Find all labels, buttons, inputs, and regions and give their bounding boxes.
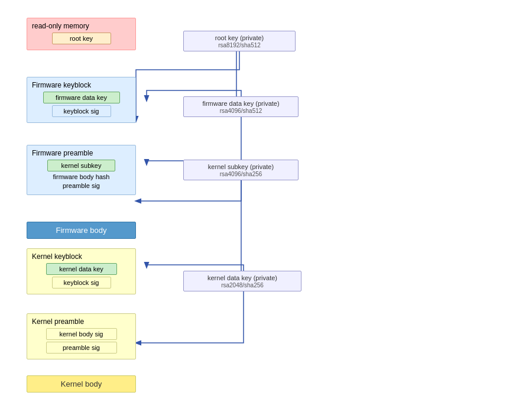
- fw-keyblock-title: Firmware keyblock: [32, 81, 131, 89]
- fw-body-block: Firmware body: [27, 222, 136, 239]
- kernel-subkey-algo: rsa4096/sha256: [190, 171, 292, 177]
- root-key-private: root key (private) rsa8192/sha512: [183, 31, 296, 51]
- kernel-subkey-private: kernel subkey (private) rsa4096/sha256: [183, 160, 299, 180]
- fw-keyblock-sig: keyblock sig: [52, 105, 111, 117]
- kernel-data-key-algo: rsa2048/sha256: [190, 282, 295, 288]
- fw-data-key-private: firmware data key (private) rsa4096/sha5…: [183, 96, 299, 117]
- kernel-subkey-inner: kernel subkey: [47, 160, 115, 171]
- root-key-label: root key (private): [215, 34, 264, 41]
- k-body-block: Kernel body: [27, 375, 136, 393]
- fw-preamble-sig: preamble sig: [32, 182, 131, 189]
- diagram-container: read-only memory root key Firmware keybl…: [0, 0, 532, 402]
- kernel-body-sig: kernel body sig: [46, 328, 117, 340]
- root-key-algo: rsa8192/sha512: [190, 42, 289, 48]
- rom-block: read-only memory root key: [27, 18, 136, 50]
- root-key-box: root key: [52, 33, 111, 44]
- k-preamble-sig: preamble sig: [46, 342, 117, 354]
- fw-keyblock-block: Firmware keyblock firmware data key keyb…: [27, 77, 136, 123]
- kernel-data-key-label: kernel data key (private): [207, 274, 277, 281]
- kernel-data-key-private: kernel data key (private) rsa2048/sha256: [183, 271, 301, 291]
- fw-preamble-block: Firmware preamble kernel subkey firmware…: [27, 145, 136, 195]
- fw-body-title: Firmware body: [32, 226, 131, 235]
- fw-data-key-algo: rsa4096/sha512: [190, 108, 292, 114]
- k-keyblock-block: Kernel keyblock kernel data key keyblock…: [27, 248, 136, 294]
- fw-data-key-label: firmware data key (private): [202, 100, 279, 107]
- k-body-title: Kernel body: [32, 380, 131, 388]
- fw-data-key-inner: firmware data key: [43, 92, 120, 103]
- k-preamble-title: Kernel preamble: [32, 317, 131, 326]
- kernel-data-key-inner: kernel data key: [46, 263, 117, 275]
- kernel-subkey-label: kernel subkey (private): [208, 163, 274, 170]
- fw-preamble-title: Firmware preamble: [32, 149, 131, 157]
- rom-title: read-only memory: [32, 22, 131, 30]
- k-keyblock-title: Kernel keyblock: [32, 252, 131, 261]
- k-keyblock-sig: keyblock sig: [52, 277, 111, 288]
- fw-body-hash: firmware body hash: [32, 173, 131, 180]
- k-preamble-block: Kernel preamble kernel body sig preamble…: [27, 313, 136, 359]
